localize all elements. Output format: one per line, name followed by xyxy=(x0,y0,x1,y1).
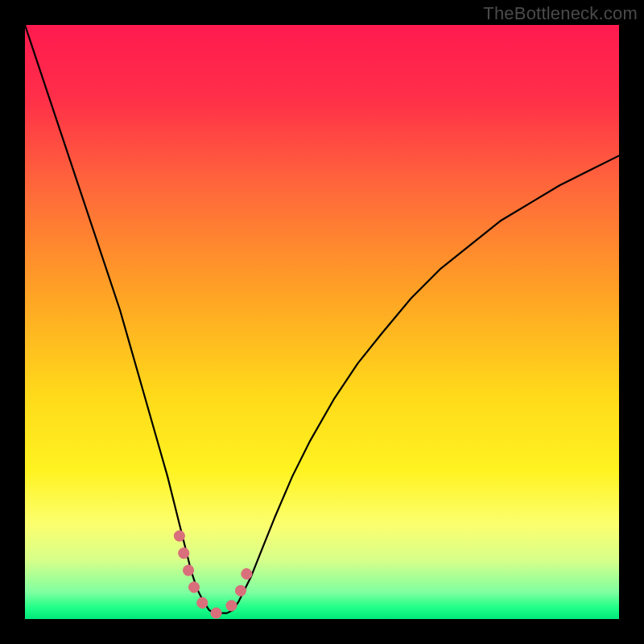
watermark-text: TheBottleneck.com xyxy=(483,3,638,24)
chart-frame: TheBottleneck.com xyxy=(0,0,644,644)
plot-area xyxy=(25,25,619,619)
gradient-background xyxy=(25,25,619,619)
chart-svg xyxy=(25,25,619,619)
